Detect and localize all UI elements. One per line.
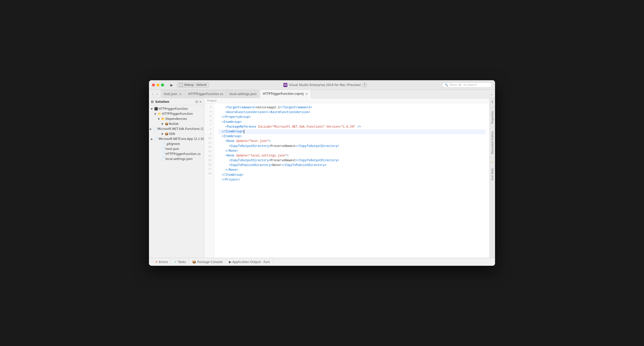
check-icon: ✓ [174, 260, 177, 264]
main-content: ⊟ Solution ⊡ × ▼ ⬛ HTTPriggerFunction [149, 98, 495, 258]
editor-subheader: Project [204, 98, 490, 103]
tab-httptrigger-cs[interactable]: HTTPTriggerFunction.cs [185, 90, 226, 98]
tree-item-solution[interactable]: ▼ ⬛ HTTPriggerFunction [149, 106, 204, 111]
app-output-button[interactable]: ▶ Application Output - func [226, 258, 274, 266]
tabs-overflow-button[interactable]: ⌄ [488, 92, 495, 96]
sdk-icon: 📦 [165, 132, 169, 136]
search-placeholder: Press '⌘.' to search [450, 83, 477, 86]
tab-local-settings[interactable]: local.settings.json [226, 90, 260, 98]
titlebar-center: VS Visual Studio Enterprise 2019 for Mac… [211, 82, 440, 88]
divider [491, 127, 495, 128]
code-line: <CopyToPublishDirectory>Never</CopyToPub… [218, 163, 486, 168]
tasks-button[interactable]: ✓ Tasks [171, 258, 189, 266]
statusbar: ✕ Errors ✓ Tasks 📦 Package Console ▶ App… [149, 258, 495, 266]
chevron-right-icon: › [194, 83, 195, 86]
tree-item-label: .gitignore [166, 142, 180, 146]
debug-label: Debug [184, 83, 193, 86]
errors-label: Errors [159, 260, 168, 264]
toolbox-icon[interactable]: T [490, 100, 495, 105]
arrow-icon: ▶ [150, 137, 154, 141]
tree-item-gitignore[interactable]: ▶ 📄 .gitignore [149, 141, 204, 146]
code-line: </ItemGroup> [218, 173, 486, 178]
file-icon: 📄 [161, 142, 165, 146]
properties-panel[interactable]: Properties [491, 109, 494, 126]
errors-button[interactable]: ✕ Errors [152, 258, 171, 266]
tree-item-label: Dependencies [166, 117, 187, 121]
tree-item-label: Microsoft.NET.Sdk.Functions (1.0.29) [157, 127, 204, 131]
code-line: <CopyToOutputDirectory>PreserveNewest</C… [218, 158, 486, 163]
tab-csproj[interactable]: HTTPTriggerFunction.csproj × [260, 90, 311, 98]
code-line: <AzureFunctionsVersion></AzureFunctionsV… [218, 110, 486, 115]
tree-item-label: local.settings.json [166, 157, 193, 161]
unit-tests-panel[interactable]: Unit Tests [491, 166, 494, 182]
tree-item-dependencies[interactable]: ▼ 📂 Dependencies [149, 116, 204, 121]
code-line: <None Update="host.json"> [218, 139, 486, 144]
tab-host-json[interactable]: host.json × [161, 90, 185, 98]
document-outline-panel[interactable]: Document Outline [491, 129, 494, 156]
unit-tests-icon[interactable]: ⚡ [490, 160, 495, 165]
arrow-icon: ▼ [157, 117, 160, 121]
tree-item-sdk-pkg[interactable]: ▶ 📄 Microsoft.NETCore.App (2.1.0) [149, 136, 204, 141]
tab-label: HTTPTriggerFunction.csproj [263, 92, 304, 96]
back-arrow[interactable]: ‹ [151, 92, 154, 97]
debug-dropdown[interactable]: Debug › Default [177, 82, 209, 88]
sidebar-title: Solution [155, 100, 169, 104]
code-line: <None Update="local.settings.json"> [218, 153, 486, 158]
tree-item-label: SDK [169, 132, 175, 136]
sidebar-layout-icon[interactable]: ⊡ [195, 100, 198, 104]
arrow-icon: ▼ [160, 122, 164, 126]
play-icon: ▶ [229, 260, 231, 264]
tab-close-icon[interactable]: × [179, 92, 182, 96]
app-output-label: Application Output - func [232, 260, 270, 264]
code-line: <ItemGroup> [218, 120, 486, 125]
tree-item-local-settings[interactable]: ▶ 📄 local.settings.json [149, 156, 204, 161]
tab-label: HTTPTriggerFunction.cs [188, 92, 223, 96]
tree-item-label: HTTPTriggerFunction.cs [166, 152, 201, 156]
help-button[interactable]: ? [362, 82, 367, 88]
divider [491, 107, 495, 108]
titlebar: ▶ Debug › Default VS Visual Studio Enter… [149, 80, 495, 90]
sidebar-close-icon[interactable]: × [199, 100, 202, 104]
code-line: <TargetFramework>netcoreapp2.1</TargetFr… [218, 105, 486, 110]
sidebar-icon: ⊟ [151, 100, 154, 104]
nuget-icon: 📦 [165, 122, 169, 126]
error-icon: ✕ [155, 260, 158, 264]
divider [491, 157, 495, 158]
debug-icon [179, 83, 183, 87]
cs-icon: 📄 [161, 152, 165, 156]
run-button[interactable]: ▶ [168, 82, 175, 88]
maximize-button[interactable] [161, 83, 164, 86]
tree-item-cs-file[interactable]: ▶ 📄 HTTPTriggerFunction.cs [149, 151, 204, 156]
package-icon: 📄 [154, 137, 158, 141]
tree-item-label: host.json [166, 147, 179, 151]
code-area[interactable]: <TargetFramework>netcoreapp2.1</TargetFr… [214, 103, 490, 258]
sidebar: ⊟ Solution ⊡ × ▼ ⬛ HTTPriggerFunction [149, 98, 204, 258]
code-line: </None> [218, 168, 486, 172]
tree-item-nuget-pkg[interactable]: ▶ 📄 Microsoft.NET.Sdk.Functions (1.0.29) [149, 126, 204, 131]
minimize-button[interactable] [156, 83, 159, 86]
tab-close-active-icon[interactable]: × [305, 92, 308, 96]
arrow-icon: ▼ [153, 112, 157, 116]
solution-icon: ⬛ [154, 107, 158, 111]
code-line: <PackageReference Include="Microsoft.NET… [218, 125, 486, 129]
search-box[interactable]: 🔍 Press '⌘.' to search [442, 82, 492, 88]
project-icon: 📁 [157, 112, 162, 116]
close-button[interactable] [152, 83, 155, 86]
editor-area: Project 3 4 5 6 7 8 9 10 11 12 13 14 15 [204, 98, 490, 258]
config-label: Default [197, 83, 207, 86]
tree-item-project[interactable]: ▼ 📁 HTTPTriggerFunction [149, 111, 204, 116]
arrow-icon: ▼ [150, 107, 153, 111]
tree-item-label: Microsoft.NETCore.App (2.1.0) [159, 137, 204, 141]
tree-item-sdk[interactable]: ▼ 📦 SDK [149, 131, 204, 136]
tasks-label: Tasks [178, 260, 186, 264]
search-icon: 🔍 [445, 83, 448, 87]
package-console-label: Package Console [197, 260, 222, 264]
package-icon: 📦 [192, 260, 196, 264]
tree-item-host-json[interactable]: ▶ 📄 host.json [149, 146, 204, 151]
forward-arrow[interactable]: › [155, 92, 159, 97]
main-window: ▶ Debug › Default VS Visual Studio Enter… [149, 80, 495, 266]
tree-item-nuget[interactable]: ▼ 📦 NuGet [149, 121, 204, 126]
editor-content[interactable]: 3 4 5 6 7 8 9 10 11 12 13 14 15 16 17 18 [204, 103, 490, 258]
package-console-button[interactable]: 📦 Package Console [189, 258, 226, 266]
solution-tree: ▼ ⬛ HTTPriggerFunction ▼ 📁 HTTPTriggerFu… [149, 105, 204, 258]
